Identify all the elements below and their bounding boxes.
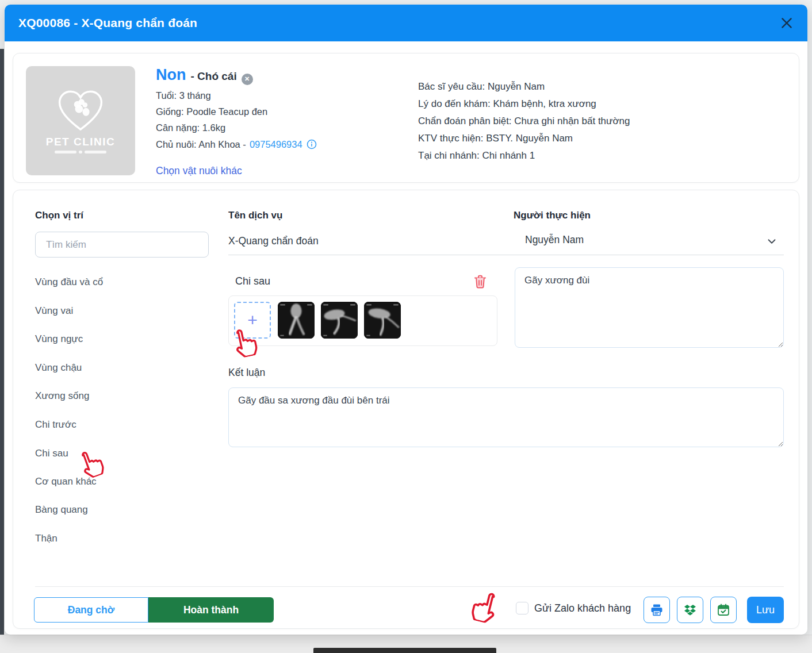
printer-icon: [650, 603, 664, 617]
info-icon[interactable]: [306, 139, 317, 150]
pet-owner-line: Chủ nuôi: Anh Khoa - 0975496934: [156, 139, 317, 150]
performer-select[interactable]: Nguyễn Nam: [509, 231, 784, 252]
dropbox-icon: [683, 603, 697, 617]
service-row-divider: [228, 255, 784, 255]
pet-weight: Cân nặng: 1.6kg: [156, 122, 225, 133]
save-button[interactable]: Lưu: [747, 597, 784, 623]
conclusion-textarea[interactable]: Gãy đầu sa xương đầu đùi bên trái: [228, 387, 784, 447]
xray-thumbnail[interactable]: [321, 302, 358, 339]
request-doctor: Bác sĩ yêu cầu: Nguyễn Nam: [418, 81, 545, 93]
dropbox-button[interactable]: [677, 597, 703, 623]
remove-pet-icon[interactable]: ✕: [242, 74, 253, 85]
position-item-shoulder[interactable]: Vùng vai: [35, 305, 73, 317]
clinic-logo-tagline: [55, 151, 106, 153]
position-item-bladder[interactable]: Bàng quang: [35, 504, 88, 516]
position-item-chest[interactable]: Vùng ngực: [35, 333, 83, 345]
pet-name-row: Non - Chó cái ✕: [156, 66, 253, 84]
complete-button[interactable]: Hoàn thành: [148, 597, 274, 623]
region-note-textarea[interactable]: Gãy xương đùi: [515, 267, 784, 348]
xray-form-card: Chọn vị trí Vùng đầu và cổ Vùng vai Vùng…: [13, 190, 799, 629]
xray-thumbnail[interactable]: [278, 302, 315, 339]
pet-breed: Giống: Poodle Teacup đen: [156, 106, 267, 117]
pet-species: - Chó cái: [190, 70, 236, 83]
change-pet-link[interactable]: Chọn vật nuôi khác: [156, 165, 242, 177]
pet-owner: Chủ nuôi: Anh Khoa -: [156, 139, 246, 150]
search-input[interactable]: [35, 232, 209, 258]
zalo-label: Gửi Zalo khách hàng: [534, 602, 631, 614]
position-item-pelvis[interactable]: Vùng chậu: [35, 362, 82, 374]
pending-button[interactable]: Đang chờ: [34, 597, 148, 623]
request-technician: KTV thực hiện: BSTY. Nguyễn Nam: [418, 133, 573, 144]
region-label: Chi sau: [235, 275, 270, 287]
calendar-check-button[interactable]: [710, 597, 737, 623]
owner-phone-link[interactable]: 0975496934: [250, 139, 302, 150]
position-item-forelimb[interactable]: Chi trước: [35, 419, 76, 431]
print-button[interactable]: [644, 597, 670, 623]
position-item-hindlimb[interactable]: Chi sau: [35, 448, 68, 459]
screen: XQ00086 - X-Quang chẩn đoán PET CLINIC: [0, 0, 812, 653]
clinic-heart-logo-icon: [53, 89, 108, 133]
chevron-down-icon: [765, 235, 778, 248]
service-name: X-Quang chẩn đoán: [228, 235, 319, 247]
position-title: Chọn vị trí: [35, 210, 83, 221]
zalo-checkbox[interactable]: [516, 602, 528, 614]
pet-age: Tuổi: 3 tháng: [156, 90, 211, 101]
delete-region-icon[interactable]: [473, 274, 488, 289]
calendar-check-icon: [717, 603, 730, 617]
pet-name: Non: [156, 66, 186, 84]
position-item-kidney[interactable]: Thận: [35, 533, 58, 544]
modal-header: XQ00086 - X-Quang chẩn đoán: [5, 5, 807, 41]
xray-modal: XQ00086 - X-Quang chẩn đoán PET CLINIC: [5, 5, 807, 635]
request-diagnosis: Chẩn đoán phân biệt: Chưa ghi nhận bất t…: [418, 116, 630, 127]
conclusion-label: Kết luận: [228, 367, 265, 379]
background-page-remnant: [313, 648, 496, 653]
request-branch: Tại chi nhánh: Chi nhánh 1: [418, 150, 535, 162]
close-icon[interactable]: [776, 13, 797, 33]
pet-avatar: PET CLINIC: [26, 66, 135, 175]
add-image-button[interactable]: +: [234, 302, 271, 339]
clinic-logo-text: PET CLINIC: [46, 136, 116, 148]
background-page-edge: [0, 49, 4, 653]
performer-value: Nguyễn Nam: [525, 234, 584, 246]
image-strip: +: [228, 295, 497, 346]
pet-info-card: PET CLINIC Non - Chó cái ✕ Tuổi: 3 tháng…: [13, 53, 799, 183]
xray-thumbnail[interactable]: [364, 302, 401, 339]
position-item-head-neck[interactable]: Vùng đầu và cổ: [35, 276, 103, 288]
performer-label: Người thực hiện: [514, 210, 591, 221]
position-item-other-organ[interactable]: Cơ quan khác: [35, 476, 97, 487]
footer-divider: [35, 586, 784, 587]
position-item-spine[interactable]: Xương sống: [35, 390, 89, 402]
request-reason: Lý do đến khám: Khám bệnh, ktra xương: [418, 98, 596, 110]
service-name-label: Tên dịch vụ: [228, 210, 282, 221]
modal-title: XQ00086 - X-Quang chẩn đoán: [5, 16, 197, 30]
